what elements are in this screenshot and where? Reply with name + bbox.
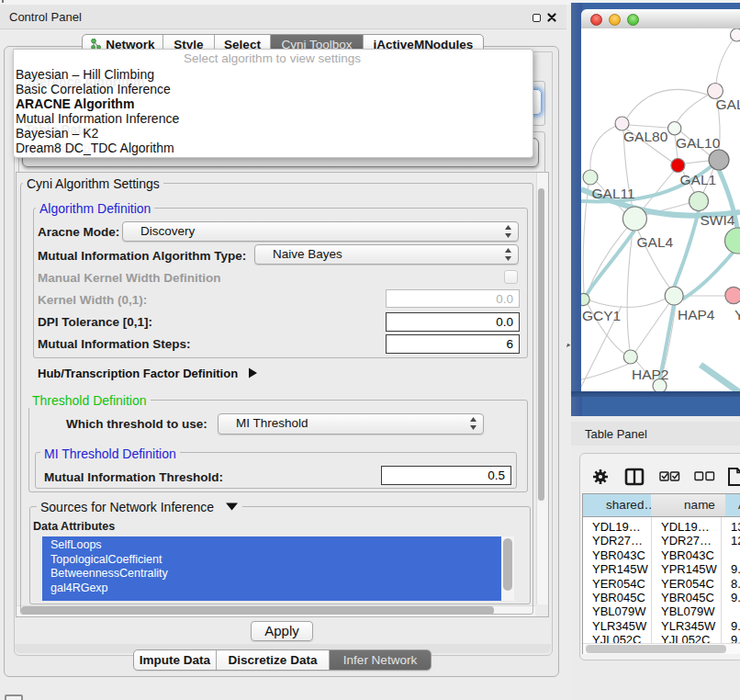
svg-text:GAL80: GAL80	[623, 129, 668, 144]
svg-text:GAL4: GAL4	[637, 234, 674, 250]
svg-text:GAL7: GAL7	[716, 96, 740, 112]
svg-text:GCY1: GCY1	[582, 308, 621, 323]
svg-text:Y: Y	[734, 307, 740, 322]
svg-text:HAP2: HAP2	[632, 367, 669, 382]
svg-text:GAL1: GAL1	[680, 172, 717, 187]
svg-text:SWI4: SWI4	[701, 212, 735, 228]
svg-text:GAL11: GAL11	[592, 186, 635, 201]
svg-text:GAL10: GAL10	[676, 135, 721, 151]
svg-text:HAP4: HAP4	[678, 307, 715, 322]
